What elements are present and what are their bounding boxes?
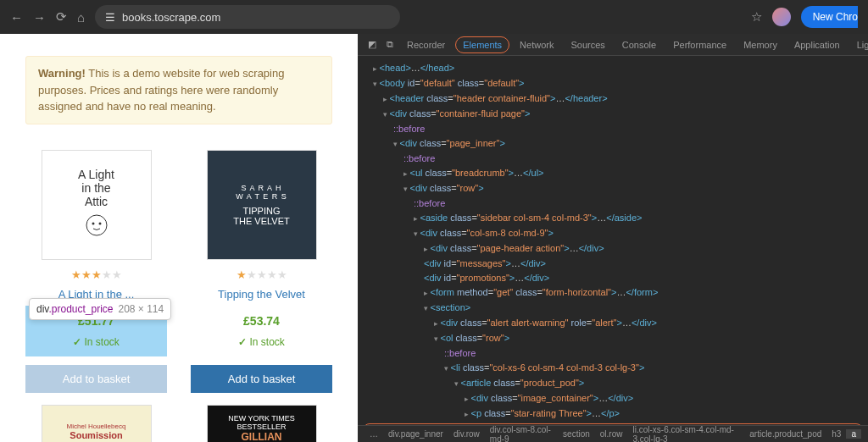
product-card: A Lightin theAttic ★★★★★ A Light in the … <box>25 150 167 393</box>
tab-recorder[interactable]: Recorder <box>400 36 452 54</box>
product-image[interactable]: S A R A HW A T E R S TIPPINGTHE VELVET <box>207 150 317 260</box>
device-icon[interactable]: ⧉ <box>383 39 397 50</box>
element-tooltip: div.product_price208 × 114 <box>29 298 171 320</box>
tab-elements[interactable]: Elements <box>455 36 509 53</box>
profile-avatar[interactable] <box>772 8 791 26</box>
price-text: £53.74 <box>191 314 332 328</box>
add-to-basket-button[interactable]: Add to basket <box>25 365 167 393</box>
devtools-tabs: ◩ ⧉ Recorder Elements Network Sources Co… <box>358 34 868 56</box>
webpage-viewport: Warning! This is a demo website for web … <box>0 34 358 442</box>
crumb[interactable]: li.col-xs-6.col-sm-4.col-md-3.col-lg-3 <box>627 425 744 443</box>
dom-tree[interactable]: <head>…</head> <body id="default" class=… <box>358 56 868 425</box>
product-image[interactable]: Michel HouellebecqSoumission <box>42 405 152 443</box>
tab-network[interactable]: Network <box>513 36 560 54</box>
devtools-panel: ◩ ⧉ Recorder Elements Network Sources Co… <box>358 34 868 442</box>
svg-point-0 <box>86 215 107 235</box>
inspect-icon[interactable]: ◩ <box>364 39 380 50</box>
stock-status: In stock <box>25 336 167 348</box>
crumb[interactable]: div.row <box>448 429 485 439</box>
browser-toolbar: ← → ⟳ ⌂ ☰ books.toscrape.com ☆ New Chro <box>0 0 868 34</box>
stock-status: In stock <box>191 336 332 348</box>
crumb[interactable]: article.product_pod <box>744 429 826 439</box>
product-image[interactable]: A Lightin theAttic <box>42 150 152 260</box>
tooltip-class: .product_price <box>48 303 113 315</box>
product-title-link[interactable]: Tipping the Velvet <box>191 288 332 301</box>
new-chrome-button[interactable]: New Chro <box>801 6 858 28</box>
product-card: S A R A HW A T E R S TIPPINGTHE VELVET ★… <box>191 150 332 393</box>
tooltip-dimensions: 208 × 114 <box>119 303 164 315</box>
crumb[interactable]: … <box>364 429 383 439</box>
tab-lighthouse[interactable]: Lighthouse <box>850 36 868 54</box>
add-to-basket-button[interactable]: Add to basket <box>191 365 332 393</box>
tab-performance[interactable]: Performance <box>666 36 733 54</box>
crumb[interactable]: h3 <box>826 429 846 439</box>
star-rating: ★★★★★ <box>25 268 167 281</box>
address-bar[interactable]: ☰ books.toscrape.com <box>95 5 400 29</box>
product-price-box: £53.74 In stock <box>191 306 332 356</box>
crumb-selected[interactable]: a <box>846 429 861 439</box>
star-rating: ★★★★★ <box>191 268 332 281</box>
tab-application[interactable]: Application <box>787 36 847 54</box>
warning-alert: Warning! This is a demo website for web … <box>25 56 332 124</box>
product-image[interactable]: NEW YORK TIMES BESTSELLERGILLIANFLYNN <box>207 405 317 443</box>
svg-point-1 <box>92 222 94 224</box>
tab-console[interactable]: Console <box>615 36 663 54</box>
reload-icon[interactable]: ⟳ <box>56 9 67 25</box>
tab-memory[interactable]: Memory <box>737 36 784 54</box>
alert-bold: Warning! <box>38 67 86 80</box>
forward-icon[interactable]: → <box>33 10 46 25</box>
crumb[interactable]: div.page_inner <box>383 429 448 439</box>
site-info-icon[interactable]: ☰ <box>105 11 115 24</box>
svg-point-2 <box>98 222 101 224</box>
back-icon[interactable]: ← <box>10 10 23 25</box>
crumb[interactable]: section <box>558 429 595 439</box>
home-icon[interactable]: ⌂ <box>77 10 85 25</box>
breadcrumb-trail[interactable]: … div.page_inner div.row div.col-sm-8.co… <box>358 425 868 442</box>
crumb[interactable]: div.col-sm-8.col-md-9 <box>485 425 558 443</box>
crumb[interactable]: ol.row <box>595 429 628 439</box>
tab-sources[interactable]: Sources <box>564 36 611 54</box>
tooltip-label: div <box>36 303 48 315</box>
url-text: books.toscrape.com <box>122 11 220 24</box>
bookmark-icon[interactable]: ☆ <box>751 9 762 25</box>
